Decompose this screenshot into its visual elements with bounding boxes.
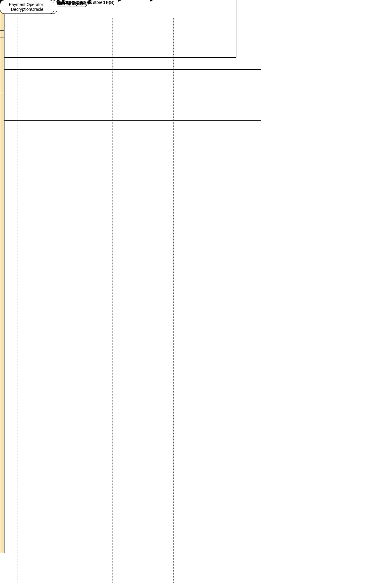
participant-operator: Payment Operator : DecryptionOracle [0, 0, 54, 14]
